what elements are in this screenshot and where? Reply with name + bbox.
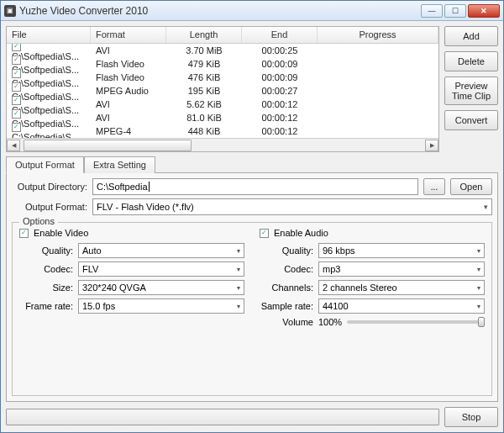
video-size-value: 320*240 QVGA — [82, 283, 146, 293]
tabstrip: Output Format Extra Setting — [6, 156, 498, 173]
output-directory-label: Output Directory: — [12, 182, 87, 192]
volume-slider-thumb[interactable] — [478, 317, 485, 327]
video-framerate-label: Frame rate: — [19, 301, 73, 311]
progress-bar — [6, 409, 439, 425]
scroll-thumb[interactable] — [24, 140, 192, 151]
video-codec-value: FLV — [82, 264, 98, 274]
audio-channels-value: 2 channels Stereo — [323, 283, 397, 293]
enable-audio-checkbox[interactable]: ✓ — [260, 229, 269, 238]
text-caret — [149, 182, 150, 192]
titlebar: ▣ Yuzhe Video Converter 2010 — ☐ ✕ — [1, 1, 503, 21]
row-checkbox[interactable]: ✓ — [12, 55, 21, 65]
output-directory-input[interactable]: C:\Softpedia — [92, 178, 418, 195]
table-row[interactable]: ✓C:\Softpedia\S...MPEG-4448 KiB00:00:12 — [7, 124, 438, 138]
side-buttons: Add Delete PreviewTime Clip Convert — [444, 26, 498, 152]
video-framerate-combo[interactable]: 15.0 fps — [78, 298, 244, 314]
audio-channels-label: Channels: — [260, 283, 313, 293]
scroll-left-button[interactable]: ◀ — [7, 140, 20, 151]
top-row: File Format Length End Progress ✓C:\Soft… — [6, 26, 498, 152]
row-checkbox[interactable]: ✓ — [12, 96, 21, 105]
preview-time-clip-button[interactable]: PreviewTime Clip — [444, 77, 498, 105]
file-list: File Format Length End Progress ✓C:\Soft… — [6, 26, 439, 152]
enable-video-label: Enable Video — [34, 228, 88, 238]
row-checkbox[interactable]: ✓ — [12, 44, 21, 51]
horizontal-scrollbar[interactable]: ◀ ▶ — [7, 138, 438, 151]
video-size-label: Size: — [19, 283, 73, 293]
col-format[interactable]: Format — [91, 27, 166, 43]
row-checkbox[interactable]: ✓ — [12, 109, 21, 119]
app-window: ▣ Yuzhe Video Converter 2010 — ☐ ✕ File … — [0, 0, 504, 433]
minimize-button[interactable]: — — [421, 4, 443, 18]
col-progress[interactable]: Progress — [318, 27, 438, 43]
delete-button[interactable]: Delete — [444, 51, 498, 71]
enable-video-row: ✓ Enable Video — [19, 228, 244, 238]
browse-button[interactable]: ... — [423, 178, 445, 195]
enable-audio-row: ✓ Enable Audio — [260, 228, 485, 238]
audio-codec-label: Codec: — [260, 264, 313, 274]
audio-quality-combo[interactable]: 96 kbps — [318, 243, 485, 258]
video-column: ✓ Enable Video Quality:Auto Codec:FLV Si… — [19, 228, 244, 327]
audio-quality-label: Quality: — [260, 246, 313, 256]
maximize-button[interactable]: ☐ — [444, 4, 466, 18]
options-columns: ✓ Enable Video Quality:Auto Codec:FLV Si… — [19, 228, 485, 327]
row-checkbox[interactable]: ✓ — [12, 69, 21, 78]
enable-audio-label: Enable Audio — [274, 228, 328, 238]
file-list-header: File Format Length End Progress — [7, 27, 438, 44]
app-icon: ▣ — [4, 5, 16, 17]
volume-value: 100% — [318, 317, 342, 327]
col-length[interactable]: Length — [166, 27, 242, 43]
window-title: Yuzhe Video Converter 2010 — [19, 5, 419, 17]
bottom-row: Stop — [6, 407, 498, 427]
video-codec-label: Codec: — [19, 264, 73, 274]
video-quality-combo[interactable]: Auto — [78, 243, 244, 258]
col-file[interactable]: File — [7, 27, 91, 43]
volume-label: Volume — [260, 317, 313, 327]
audio-channels-combo[interactable]: 2 channels Stereo — [318, 280, 485, 295]
output-format-combo[interactable]: FLV - Flash Video (*.flv) — [92, 198, 492, 215]
output-format-value: FLV - Flash Video (*.flv) — [97, 202, 194, 212]
audio-column: ✓ Enable Audio Quality:96 kbps Codec:mp3… — [260, 228, 485, 327]
output-format-row: Output Format: FLV - Flash Video (*.flv) — [12, 198, 492, 215]
video-codec-combo[interactable]: FLV — [78, 261, 244, 277]
tab-output-format[interactable]: Output Format — [6, 156, 84, 173]
scroll-right-button[interactable]: ▶ — [425, 140, 438, 151]
add-button[interactable]: Add — [444, 26, 498, 46]
output-directory-value: C:\Softpedia — [97, 182, 148, 192]
output-directory-row: Output Directory: C:\Softpedia ... Open — [12, 178, 492, 195]
row-checkbox[interactable]: ✓ — [12, 123, 21, 132]
volume-row: Volume 100% — [260, 317, 485, 327]
audio-samplerate-combo[interactable]: 44100 — [318, 298, 485, 314]
enable-video-checkbox[interactable]: ✓ — [19, 229, 29, 238]
tab-extra-setting[interactable]: Extra Setting — [84, 156, 155, 173]
video-quality-value: Auto — [82, 246, 102, 256]
audio-samplerate-label: Sample rate: — [260, 301, 313, 311]
audio-codec-value: mp3 — [323, 264, 340, 274]
video-framerate-value: 15.0 fps — [82, 301, 115, 311]
video-quality-label: Quality: — [19, 246, 73, 256]
tabs: Output Format Extra Setting Output Direc… — [6, 156, 498, 402]
options-title: Options — [19, 216, 58, 226]
content-area: File Format Length End Progress ✓C:\Soft… — [1, 21, 503, 432]
row-checkbox[interactable]: ✓ — [12, 82, 21, 92]
col-end[interactable]: End — [242, 27, 318, 43]
volume-slider[interactable] — [347, 320, 485, 324]
video-size-combo[interactable]: 320*240 QVGA — [78, 280, 244, 295]
close-button[interactable]: ✕ — [468, 4, 500, 18]
file-list-body[interactable]: ✓C:\Softpedia\S...AVI3.70 MiB00:00:25✓C:… — [7, 44, 438, 138]
output-format-label: Output Format: — [12, 202, 87, 212]
open-button[interactable]: Open — [450, 178, 492, 195]
audio-samplerate-value: 44100 — [323, 301, 349, 311]
tab-panel-output: Output Directory: C:\Softpedia ... Open … — [6, 172, 498, 402]
stop-button[interactable]: Stop — [444, 407, 498, 427]
convert-button[interactable]: Convert — [444, 110, 498, 130]
audio-quality-value: 96 kbps — [323, 246, 355, 256]
audio-codec-combo[interactable]: mp3 — [318, 261, 485, 277]
options-group: Options ✓ Enable Video Quality:Auto Code… — [12, 222, 492, 396]
